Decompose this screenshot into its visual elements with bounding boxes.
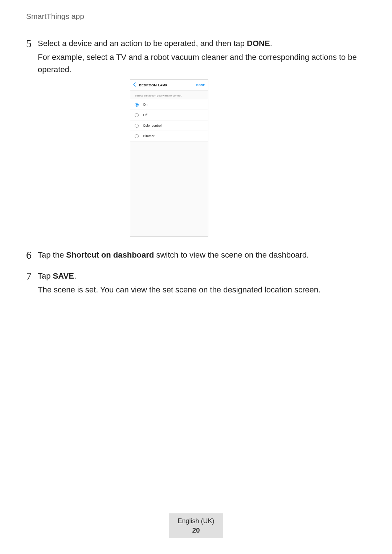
instruction-step-7: 7 Tap SAVE. The scene is set. You can vi…: [26, 270, 370, 297]
screenshot-title: BEDROOM LAMP: [139, 83, 196, 87]
radio-option-color[interactable]: Color control: [130, 120, 208, 131]
done-button[interactable]: DONE: [196, 83, 205, 87]
step-content-6: Tap the Shortcut on dashboard switch to …: [38, 249, 370, 263]
step6-text-pre: Tap the: [38, 250, 66, 259]
step5-line2: For example, select a TV and a robot vac…: [38, 51, 370, 76]
radio-label: Off: [143, 113, 147, 117]
radio-list: On Off Color control Dimmer: [130, 99, 208, 141]
step7-line2: The scene is set. You can view the set s…: [38, 284, 370, 296]
step-content-5: Select a device and an action to be oper…: [38, 37, 370, 77]
step-number-5: 5: [26, 38, 38, 49]
step5-text-bold: DONE: [247, 39, 270, 48]
radio-icon: [135, 103, 139, 107]
instruction-step-5: 5 Select a device and an action to be op…: [26, 37, 370, 77]
step-number-6: 6: [26, 250, 38, 260]
back-icon[interactable]: [133, 82, 136, 88]
step-content-7: Tap SAVE. The scene is set. You can view…: [38, 270, 370, 297]
section-header: SmartThings app: [26, 12, 84, 21]
radio-icon: [135, 113, 139, 117]
radio-label: Dimmer: [143, 134, 155, 138]
step6-text-post: switch to view the scene on the dashboar…: [154, 250, 309, 259]
radio-label: On: [143, 103, 147, 106]
instruction-step-6: 6 Tap the Shortcut on dashboard switch t…: [26, 249, 370, 263]
screenshot-subheader: Select the action you want to control.: [130, 91, 208, 99]
header-rule: [17, 0, 22, 21]
page-footer: English (UK) 20: [169, 513, 223, 538]
radio-option-on[interactable]: On: [130, 99, 208, 110]
step7-text-bold: SAVE: [53, 271, 74, 280]
footer-page-number: 20: [192, 526, 200, 534]
step6-text-bold: Shortcut on dashboard: [66, 250, 154, 259]
screenshot-header: BEDROOM LAMP DONE: [130, 80, 208, 91]
step5-text-post: .: [270, 39, 272, 48]
radio-label: Color control: [143, 124, 162, 127]
phone-screenshot: BEDROOM LAMP DONE Select the action you …: [130, 79, 208, 237]
radio-icon: [135, 124, 139, 128]
radio-option-off[interactable]: Off: [130, 110, 208, 120]
step-number-7: 7: [26, 271, 38, 282]
radio-icon: [135, 134, 139, 138]
footer-language: English (UK): [177, 517, 214, 525]
step5-text-pre: Select a device and an action to be oper…: [38, 39, 247, 48]
step7-text-pre: Tap: [38, 271, 53, 280]
step7-text-post: .: [74, 271, 76, 280]
radio-option-dimmer[interactable]: Dimmer: [130, 131, 208, 141]
